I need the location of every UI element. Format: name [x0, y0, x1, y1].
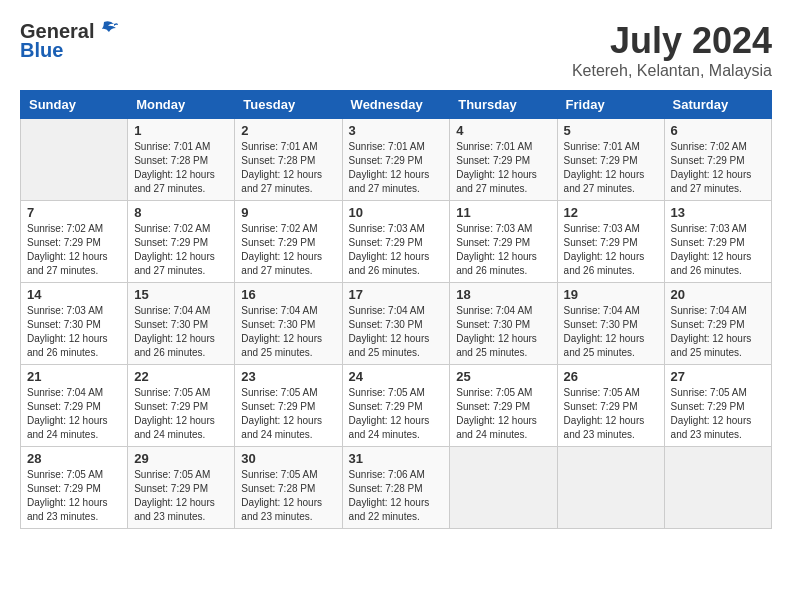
logo-blue-text: Blue [20, 39, 63, 62]
day-info: Sunrise: 7:01 AM Sunset: 7:28 PM Dayligh… [134, 140, 228, 196]
day-number: 27 [671, 369, 765, 384]
calendar-cell: 29Sunrise: 7:05 AM Sunset: 7:29 PM Dayli… [128, 447, 235, 529]
calendar-cell: 20Sunrise: 7:04 AM Sunset: 7:29 PM Dayli… [664, 283, 771, 365]
weekday-header-row: SundayMondayTuesdayWednesdayThursdayFrid… [21, 91, 772, 119]
calendar-cell: 14Sunrise: 7:03 AM Sunset: 7:30 PM Dayli… [21, 283, 128, 365]
calendar-cell: 22Sunrise: 7:05 AM Sunset: 7:29 PM Dayli… [128, 365, 235, 447]
calendar-cell: 8Sunrise: 7:02 AM Sunset: 7:29 PM Daylig… [128, 201, 235, 283]
calendar-cell: 11Sunrise: 7:03 AM Sunset: 7:29 PM Dayli… [450, 201, 557, 283]
day-info: Sunrise: 7:04 AM Sunset: 7:30 PM Dayligh… [241, 304, 335, 360]
day-info: Sunrise: 7:01 AM Sunset: 7:29 PM Dayligh… [349, 140, 444, 196]
calendar-cell: 26Sunrise: 7:05 AM Sunset: 7:29 PM Dayli… [557, 365, 664, 447]
day-number: 6 [671, 123, 765, 138]
day-info: Sunrise: 7:05 AM Sunset: 7:28 PM Dayligh… [241, 468, 335, 524]
day-info: Sunrise: 7:02 AM Sunset: 7:29 PM Dayligh… [134, 222, 228, 278]
calendar-cell: 28Sunrise: 7:05 AM Sunset: 7:29 PM Dayli… [21, 447, 128, 529]
calendar-cell: 24Sunrise: 7:05 AM Sunset: 7:29 PM Dayli… [342, 365, 450, 447]
calendar-cell [21, 119, 128, 201]
day-info: Sunrise: 7:03 AM Sunset: 7:29 PM Dayligh… [456, 222, 550, 278]
calendar-cell: 6Sunrise: 7:02 AM Sunset: 7:29 PM Daylig… [664, 119, 771, 201]
calendar-cell: 7Sunrise: 7:02 AM Sunset: 7:29 PM Daylig… [21, 201, 128, 283]
calendar-cell: 18Sunrise: 7:04 AM Sunset: 7:30 PM Dayli… [450, 283, 557, 365]
day-number: 31 [349, 451, 444, 466]
calendar-cell: 15Sunrise: 7:04 AM Sunset: 7:30 PM Dayli… [128, 283, 235, 365]
calendar-cell: 25Sunrise: 7:05 AM Sunset: 7:29 PM Dayli… [450, 365, 557, 447]
day-info: Sunrise: 7:05 AM Sunset: 7:29 PM Dayligh… [456, 386, 550, 442]
calendar-cell: 12Sunrise: 7:03 AM Sunset: 7:29 PM Dayli… [557, 201, 664, 283]
day-info: Sunrise: 7:05 AM Sunset: 7:29 PM Dayligh… [134, 468, 228, 524]
day-number: 15 [134, 287, 228, 302]
calendar-cell: 17Sunrise: 7:04 AM Sunset: 7:30 PM Dayli… [342, 283, 450, 365]
calendar-cell: 13Sunrise: 7:03 AM Sunset: 7:29 PM Dayli… [664, 201, 771, 283]
day-number: 23 [241, 369, 335, 384]
calendar-cell: 5Sunrise: 7:01 AM Sunset: 7:29 PM Daylig… [557, 119, 664, 201]
day-info: Sunrise: 7:03 AM Sunset: 7:30 PM Dayligh… [27, 304, 121, 360]
day-info: Sunrise: 7:01 AM Sunset: 7:29 PM Dayligh… [564, 140, 658, 196]
day-info: Sunrise: 7:02 AM Sunset: 7:29 PM Dayligh… [27, 222, 121, 278]
weekday-header-tuesday: Tuesday [235, 91, 342, 119]
weekday-header-wednesday: Wednesday [342, 91, 450, 119]
day-info: Sunrise: 7:06 AM Sunset: 7:28 PM Dayligh… [349, 468, 444, 524]
header: General Blue July 2024 Ketereh, Kelantan… [20, 20, 772, 80]
day-info: Sunrise: 7:03 AM Sunset: 7:29 PM Dayligh… [564, 222, 658, 278]
day-number: 20 [671, 287, 765, 302]
day-number: 18 [456, 287, 550, 302]
day-info: Sunrise: 7:05 AM Sunset: 7:29 PM Dayligh… [671, 386, 765, 442]
weekday-header-monday: Monday [128, 91, 235, 119]
calendar-cell: 19Sunrise: 7:04 AM Sunset: 7:30 PM Dayli… [557, 283, 664, 365]
day-number: 24 [349, 369, 444, 384]
day-info: Sunrise: 7:05 AM Sunset: 7:29 PM Dayligh… [564, 386, 658, 442]
day-info: Sunrise: 7:04 AM Sunset: 7:30 PM Dayligh… [134, 304, 228, 360]
weekday-header-thursday: Thursday [450, 91, 557, 119]
day-info: Sunrise: 7:05 AM Sunset: 7:29 PM Dayligh… [349, 386, 444, 442]
calendar-cell: 23Sunrise: 7:05 AM Sunset: 7:29 PM Dayli… [235, 365, 342, 447]
day-number: 28 [27, 451, 121, 466]
title-area: July 2024 Ketereh, Kelantan, Malaysia [572, 20, 772, 80]
day-info: Sunrise: 7:02 AM Sunset: 7:29 PM Dayligh… [241, 222, 335, 278]
calendar-cell: 10Sunrise: 7:03 AM Sunset: 7:29 PM Dayli… [342, 201, 450, 283]
calendar-cell: 30Sunrise: 7:05 AM Sunset: 7:28 PM Dayli… [235, 447, 342, 529]
day-number: 17 [349, 287, 444, 302]
month-title: July 2024 [572, 20, 772, 62]
calendar-cell: 4Sunrise: 7:01 AM Sunset: 7:29 PM Daylig… [450, 119, 557, 201]
day-number: 2 [241, 123, 335, 138]
weekday-header-sunday: Sunday [21, 91, 128, 119]
location-title: Ketereh, Kelantan, Malaysia [572, 62, 772, 80]
day-number: 7 [27, 205, 121, 220]
day-info: Sunrise: 7:05 AM Sunset: 7:29 PM Dayligh… [241, 386, 335, 442]
day-number: 19 [564, 287, 658, 302]
day-info: Sunrise: 7:04 AM Sunset: 7:30 PM Dayligh… [564, 304, 658, 360]
calendar-cell: 16Sunrise: 7:04 AM Sunset: 7:30 PM Dayli… [235, 283, 342, 365]
day-number: 22 [134, 369, 228, 384]
day-number: 14 [27, 287, 121, 302]
day-number: 4 [456, 123, 550, 138]
day-number: 29 [134, 451, 228, 466]
day-number: 8 [134, 205, 228, 220]
day-number: 3 [349, 123, 444, 138]
day-number: 11 [456, 205, 550, 220]
day-info: Sunrise: 7:04 AM Sunset: 7:30 PM Dayligh… [456, 304, 550, 360]
week-row-3: 21Sunrise: 7:04 AM Sunset: 7:29 PM Dayli… [21, 365, 772, 447]
calendar-cell: 2Sunrise: 7:01 AM Sunset: 7:28 PM Daylig… [235, 119, 342, 201]
day-number: 5 [564, 123, 658, 138]
calendar-table: SundayMondayTuesdayWednesdayThursdayFrid… [20, 90, 772, 529]
day-number: 1 [134, 123, 228, 138]
week-row-2: 14Sunrise: 7:03 AM Sunset: 7:30 PM Dayli… [21, 283, 772, 365]
day-info: Sunrise: 7:03 AM Sunset: 7:29 PM Dayligh… [671, 222, 765, 278]
calendar-cell: 9Sunrise: 7:02 AM Sunset: 7:29 PM Daylig… [235, 201, 342, 283]
day-number: 16 [241, 287, 335, 302]
week-row-1: 7Sunrise: 7:02 AM Sunset: 7:29 PM Daylig… [21, 201, 772, 283]
day-info: Sunrise: 7:05 AM Sunset: 7:29 PM Dayligh… [134, 386, 228, 442]
logo: General Blue [20, 20, 118, 62]
day-info: Sunrise: 7:04 AM Sunset: 7:30 PM Dayligh… [349, 304, 444, 360]
calendar-cell: 3Sunrise: 7:01 AM Sunset: 7:29 PM Daylig… [342, 119, 450, 201]
day-number: 10 [349, 205, 444, 220]
logo-bird-icon [96, 20, 118, 40]
day-info: Sunrise: 7:04 AM Sunset: 7:29 PM Dayligh… [671, 304, 765, 360]
calendar-cell [450, 447, 557, 529]
day-info: Sunrise: 7:01 AM Sunset: 7:28 PM Dayligh… [241, 140, 335, 196]
week-row-4: 28Sunrise: 7:05 AM Sunset: 7:29 PM Dayli… [21, 447, 772, 529]
calendar-cell: 27Sunrise: 7:05 AM Sunset: 7:29 PM Dayli… [664, 365, 771, 447]
day-number: 13 [671, 205, 765, 220]
day-info: Sunrise: 7:01 AM Sunset: 7:29 PM Dayligh… [456, 140, 550, 196]
